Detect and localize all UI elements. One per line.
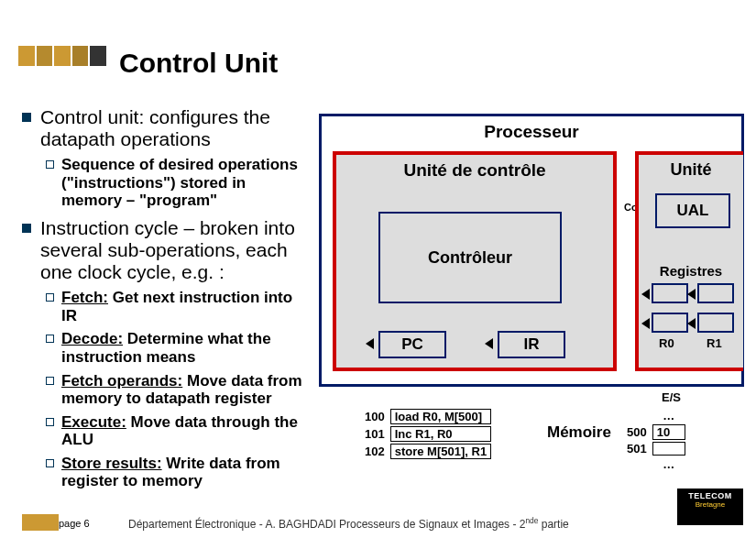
io-label: E/S [662,390,681,404]
sub-bullet-text: Store results: Write data from register … [61,455,306,490]
registers-label: Registres [639,263,743,279]
bullet-list: Control unit: configures the datapath op… [22,106,306,496]
page-number: page 6 [59,518,90,529]
course-label: Processeurs de Signaux et Images - 2nde … [339,516,569,531]
bullet-icon [22,113,31,122]
telecom-logo: TELECOM Bretagne [677,489,743,525]
sub-bullet-icon [46,377,54,385]
register-box [697,283,734,303]
arrow-icon [687,289,696,300]
datapath-box: Unité UAL Registres R0 R1 [635,151,743,371]
arrow-icon [687,318,696,329]
r0-label: R0 [659,336,674,350]
bullet-text: Control unit: configures the datapath op… [40,106,306,150]
sub-bullet-icon [46,160,54,169]
register-r1 [697,313,734,333]
arrow-icon [641,289,650,300]
code-memory-table: 100load R0, M[500] 101Inc R1, R0 102stor… [359,407,493,461]
register-r0 [652,313,688,333]
department-label: Département Électronique - A. BAGHDADI [128,518,336,531]
arrow-icon [485,338,493,349]
bullet-text: Instruction cycle – broken into several … [40,217,306,283]
sub-bullet-text: Fetch operands: Move data from memory to… [61,372,306,408]
datapath-label: Unité [639,160,743,180]
footer-accent [22,514,59,531]
sub-bullet-text: Execute: Move data through the ALU [61,413,306,449]
arrow-icon [366,338,374,349]
sub-bullet-text: Fetch: Get next instruction into IR [61,289,306,324]
control-unit-box: Unité de contrôle Contrôleur PC IR [333,151,617,371]
ir-register: IR [498,331,565,358]
arrow-icon [641,318,650,329]
processor-label: Processeur [322,122,741,142]
bullet-icon [22,224,31,233]
processor-diagram: Processeur Unité de contrôle Contrôleur … [319,114,744,387]
controller-box: Contrôleur [378,212,562,303]
sub-bullet-icon [46,418,54,426]
register-box [652,283,688,303]
r1-label: R1 [707,336,722,350]
pc-register: PC [378,331,446,358]
data-memory-table: … 50010 501 … [621,407,687,473]
header-ornament [18,46,106,66]
sub-bullet-icon [46,335,54,343]
alu-box: UAL [655,193,730,228]
sub-bullet-icon [46,293,54,302]
slide-title: Control Unit [119,48,278,79]
control-unit-label: Unité de contrôle [336,160,613,181]
sub-bullet-text: Decode: Determine what the instruction m… [61,330,306,366]
sub-bullet-icon [46,459,54,467]
sub-bullet-text: Sequence of desired operations ("instruc… [61,156,306,210]
memory-label: Mémoire [547,423,611,442]
